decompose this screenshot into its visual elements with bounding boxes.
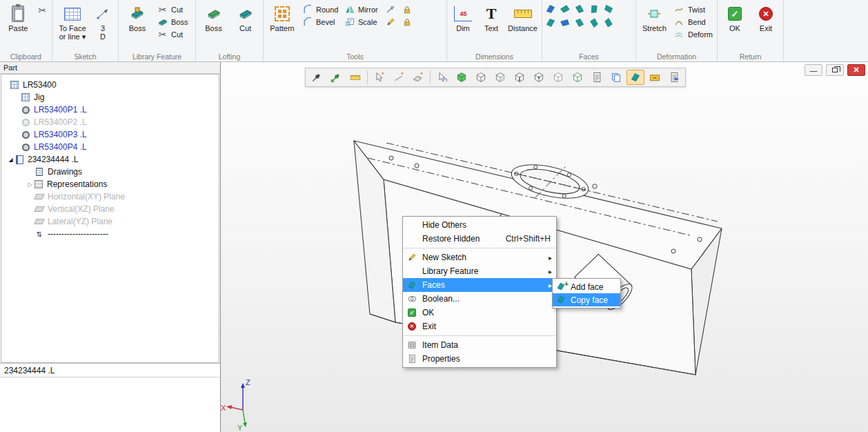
menu-item-faces[interactable]: Faces ▸ bbox=[403, 278, 556, 292]
tree-item-234234444[interactable]: 234234444 .L bbox=[1, 153, 219, 166]
faces-tool-9-icon[interactable] bbox=[586, 15, 602, 30]
submenu-label: Copy face bbox=[571, 295, 608, 305]
bend-label: Bend bbox=[688, 18, 706, 26]
lock2-tool-button[interactable] bbox=[400, 17, 414, 28]
panel-bottom-area: 234234444 .L bbox=[0, 363, 220, 432]
menu-item-ok[interactable]: OK bbox=[403, 306, 556, 320]
tree-item-lateral-plane[interactable]: Lateral(YZ) Plane bbox=[1, 215, 219, 228]
submenu-item-copy-face[interactable]: Copy face bbox=[553, 293, 620, 306]
select-vertex-filter-button[interactable] bbox=[371, 70, 388, 85]
menu-item-exit[interactable]: Exit bbox=[403, 320, 556, 333]
select-edge-filter-button[interactable] bbox=[390, 70, 408, 85]
assembly-grid-icon bbox=[10, 80, 19, 90]
dimensions-group-label: Dimensions bbox=[447, 52, 542, 61]
tree-item-representations[interactable]: Representations bbox=[1, 178, 219, 190]
menu-item-boolean[interactable]: Boolean... bbox=[403, 292, 556, 306]
bend-button[interactable]: Bend bbox=[672, 17, 714, 28]
lock-tool-button[interactable] bbox=[400, 4, 414, 15]
faces-tool-7-icon[interactable] bbox=[558, 15, 573, 31]
library-boss-button[interactable]: Boss bbox=[121, 1, 153, 33]
restore-button[interactable] bbox=[826, 64, 844, 76]
tree-item-lr53400p1[interactable]: LR53400P1 .L bbox=[1, 104, 219, 116]
catalog-drawer-button[interactable] bbox=[646, 70, 664, 85]
item-list-button[interactable] bbox=[588, 70, 606, 85]
select-wire-button[interactable] bbox=[569, 70, 586, 85]
faces-tool-8-icon[interactable] bbox=[574, 17, 585, 28]
paste-button[interactable]: Paste bbox=[3, 1, 34, 33]
collapse-arrow-icon[interactable] bbox=[26, 181, 34, 188]
copy-button[interactable] bbox=[607, 70, 625, 85]
faces-tool-1-icon[interactable] bbox=[545, 3, 556, 14]
mirror-button[interactable]: Mirror bbox=[342, 4, 381, 15]
tree-item-drawings[interactable]: Drawings bbox=[1, 166, 219, 178]
tree-item-lr53400p3[interactable]: LR53400P3 .L bbox=[1, 128, 219, 141]
twist-button[interactable]: Twist bbox=[672, 4, 714, 15]
deform-button[interactable]: Deform bbox=[672, 29, 714, 40]
scale-button[interactable]: Scale bbox=[342, 17, 381, 28]
expand-arrow-icon[interactable] bbox=[7, 157, 14, 163]
tree-item-lr53400p2[interactable]: LR53400P2 .L bbox=[1, 116, 219, 128]
tree-item-lr53400[interactable]: LR53400 bbox=[1, 79, 219, 91]
tree-item-lr53400p4[interactable]: LR53400P4 .L bbox=[1, 141, 219, 153]
menu-item-hide-others[interactable]: Hide Others bbox=[403, 218, 556, 232]
cut-button[interactable] bbox=[36, 4, 49, 17]
close-button[interactable]: ✕ bbox=[847, 64, 865, 76]
menu-item-properties[interactable]: Properties bbox=[403, 352, 556, 366]
dim-button[interactable]: 45 Dim bbox=[450, 1, 476, 33]
select-body-button[interactable] bbox=[472, 70, 490, 85]
library-cut-icon bbox=[157, 5, 168, 15]
select-face-mode-button[interactable] bbox=[491, 70, 509, 85]
tree-item-vertical-plane[interactable]: Vertical(XZ) Plane bbox=[1, 203, 219, 215]
menu-item-item-data[interactable]: Item Data bbox=[403, 338, 556, 352]
pin-button[interactable] bbox=[308, 70, 326, 85]
pin-add-button[interactable] bbox=[327, 70, 345, 85]
export-button[interactable] bbox=[665, 70, 683, 85]
ok-button[interactable]: OK bbox=[720, 1, 749, 33]
select-shell-button[interactable] bbox=[549, 70, 567, 85]
dim-label: Dim bbox=[456, 24, 470, 32]
submenu-item-add-face[interactable]: Add face bbox=[553, 280, 620, 293]
pen-tool-button[interactable] bbox=[383, 17, 397, 28]
library-cut-button[interactable]: Cut bbox=[155, 4, 189, 15]
copy-face-active-button[interactable] bbox=[627, 70, 644, 85]
select-solid-green-button[interactable] bbox=[453, 70, 471, 85]
select-edge-mode-button[interactable] bbox=[511, 70, 529, 85]
faces-tool-5-icon[interactable] bbox=[603, 3, 614, 14]
minimize-button[interactable]: — bbox=[805, 64, 822, 76]
menu-item-restore-hidden[interactable]: Restore Hidden Ctrl+Shift+H bbox=[403, 232, 556, 246]
tree-item-end-marker[interactable]: ---------------------- bbox=[1, 228, 219, 240]
pick-target-button[interactable] bbox=[433, 70, 451, 85]
trim-tool-button[interactable] bbox=[383, 4, 397, 15]
stretch-button[interactable]: Stretch bbox=[639, 1, 670, 33]
bevel-button[interactable]: Bevel bbox=[300, 17, 340, 28]
round-button[interactable]: Round bbox=[300, 4, 340, 15]
plane-icon bbox=[34, 217, 44, 226]
lofting-cut-button[interactable]: Cut bbox=[230, 1, 260, 33]
select-vertex-mode-button[interactable] bbox=[530, 70, 548, 85]
lofting-boss-button[interactable]: Boss bbox=[199, 1, 228, 33]
faces-tool-3-icon[interactable] bbox=[574, 3, 585, 14]
measure-button[interactable] bbox=[346, 70, 364, 85]
distance-button[interactable]: Distance bbox=[506, 1, 539, 33]
faces-tool-10-icon[interactable] bbox=[601, 15, 616, 30]
library-cut2-button[interactable]: Cut bbox=[155, 29, 189, 40]
submenu-label: Add face bbox=[571, 282, 603, 292]
menu-separator bbox=[404, 335, 555, 336]
viewport-canvas[interactable]: Z X Y — ✕ Hide Others bbox=[221, 62, 868, 432]
exit-button[interactable]: Exit bbox=[751, 1, 780, 33]
menu-item-library-feature[interactable]: Library Feature ▸ bbox=[403, 264, 556, 278]
library-boss2-button[interactable]: Boss bbox=[155, 17, 189, 28]
select-face-filter-button[interactable] bbox=[409, 70, 427, 85]
faces-tool-6-icon[interactable] bbox=[545, 17, 556, 28]
pattern-button[interactable]: Pattern bbox=[266, 1, 298, 33]
menu-item-new-sketch[interactable]: New Sketch ▸ bbox=[403, 251, 556, 264]
tree-item-jig[interactable]: Jig bbox=[1, 91, 219, 104]
tree-item-horizontal-plane[interactable]: Horizontal(XY) Plane bbox=[1, 190, 219, 203]
menu-label: Item Data bbox=[422, 340, 458, 350]
deformation-group-label: Deformation bbox=[636, 52, 717, 61]
text-button[interactable]: Text bbox=[478, 1, 504, 33]
faces-tool-4-icon[interactable] bbox=[586, 1, 601, 16]
to-face-or-line-button[interactable]: To Face or line ▾ bbox=[55, 1, 90, 41]
faces-tool-2-icon[interactable] bbox=[558, 1, 573, 17]
sketch-3d-button[interactable]: 3 D bbox=[92, 1, 114, 41]
